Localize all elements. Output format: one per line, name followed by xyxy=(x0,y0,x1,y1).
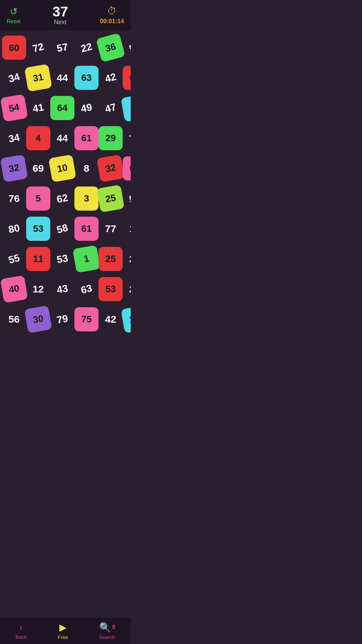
tile-0-4[interactable]: 36 xyxy=(96,33,125,62)
timer-value: 00:01:14 xyxy=(100,18,124,25)
tile-5-2[interactable]: 62 xyxy=(48,184,76,212)
tile-4-5[interactable]: 68 xyxy=(123,156,131,180)
camera-icon: ▶ xyxy=(59,622,67,633)
search-label: Search xyxy=(99,634,115,640)
tile-2-3[interactable]: 49 xyxy=(72,94,100,122)
tile-5-4[interactable]: 25 xyxy=(97,184,124,212)
tile-4-2[interactable]: 10 xyxy=(48,154,76,182)
tile-3-1[interactable]: 4 xyxy=(26,126,50,150)
tile-2-2[interactable]: 64 xyxy=(50,96,74,120)
tile-7-4[interactable]: 25 xyxy=(99,247,123,271)
header: ↺ Reset 37 Next ⏱ 00:01:14 xyxy=(0,0,131,30)
bottom-nav: ‹ Back ▶ Free 🔍 0 Search xyxy=(0,617,131,644)
free-label: Free xyxy=(58,634,68,640)
back-icon: ‹ xyxy=(19,622,22,633)
tile-2-4[interactable]: 47 xyxy=(96,93,125,123)
tile-1-1[interactable]: 31 xyxy=(24,64,52,92)
tile-6-3[interactable]: 61 xyxy=(74,217,99,241)
tile-5-5[interactable]: 54 xyxy=(121,184,131,212)
grid-row-5: 76562325544370 xyxy=(2,184,129,213)
grid-row-6: 8053586177185451 xyxy=(2,214,129,244)
tile-3-4[interactable]: 29 xyxy=(99,126,123,150)
next-label: Next xyxy=(54,19,66,26)
tile-9-3[interactable]: 75 xyxy=(74,307,99,331)
next-section: 37 Next xyxy=(53,5,68,26)
tile-9-0[interactable]: 56 xyxy=(2,307,26,331)
tile-9-1[interactable]: 30 xyxy=(24,305,52,333)
tile-4-1[interactable]: 69 xyxy=(26,156,50,180)
tile-0-1[interactable]: 72 xyxy=(23,33,53,62)
search-nav-item[interactable]: 🔍 0 Search xyxy=(99,622,115,640)
tile-3-3[interactable]: 61 xyxy=(74,126,99,150)
tile-3-0[interactable]: 34 xyxy=(0,124,28,152)
grid-row-1: 3431446342675047 xyxy=(2,63,129,93)
grid-row-4: 32691083268269 xyxy=(2,154,129,183)
tile-8-2[interactable]: 43 xyxy=(48,275,76,303)
tile-6-0[interactable]: 80 xyxy=(0,215,28,243)
tile-0-0[interactable]: 09 xyxy=(2,36,26,60)
tile-2-0[interactable]: 54 xyxy=(0,94,28,122)
grid-row-0: 0972572236561548 xyxy=(2,33,129,62)
search-badge: 0 xyxy=(112,624,115,630)
grid-row-7: 551153125272646 xyxy=(2,244,129,274)
tile-8-4[interactable]: 53 xyxy=(99,277,123,301)
reset-label: Reset xyxy=(7,18,21,24)
tile-9-4[interactable]: 42 xyxy=(99,307,123,331)
tile-5-0[interactable]: 76 xyxy=(2,186,26,211)
grid-row-3: 344446129747891 xyxy=(2,123,129,153)
tile-0-2[interactable]: 57 xyxy=(48,34,76,61)
game-grid: 0972572236561548343144634267504754416449… xyxy=(0,30,131,337)
grid-row-2: 54416449477962 xyxy=(2,93,129,123)
tile-4-0[interactable]: 32 xyxy=(0,154,28,182)
tile-6-4[interactable]: 77 xyxy=(99,217,123,241)
grid-row-8: 401243635320971 xyxy=(2,274,129,304)
tile-8-0[interactable]: 40 xyxy=(0,275,28,303)
free-nav-item[interactable]: ▶ Free xyxy=(58,622,68,640)
tile-1-5[interactable]: 67 xyxy=(123,66,131,90)
reset-button[interactable]: ↺ Reset xyxy=(7,6,21,24)
tile-3-2[interactable]: 44 xyxy=(50,126,74,150)
tile-2-5[interactable]: 7 xyxy=(121,94,131,122)
grid-row-9: 5630797542285721 xyxy=(2,305,129,334)
tile-1-0[interactable]: 34 xyxy=(0,63,29,93)
tile-0-3[interactable]: 22 xyxy=(72,33,101,62)
back-nav-item[interactable]: ‹ Back xyxy=(15,622,26,640)
tile-7-3[interactable]: 1 xyxy=(72,245,100,273)
tile-6-5[interactable]: 18 xyxy=(123,217,131,241)
tile-5-1[interactable]: 5 xyxy=(26,186,50,211)
tile-7-1[interactable]: 11 xyxy=(26,247,50,271)
tile-7-5[interactable]: 27 xyxy=(123,247,131,271)
timer-icon: ⏱ xyxy=(107,5,117,16)
next-number: 37 xyxy=(53,5,68,19)
tile-1-3[interactable]: 63 xyxy=(74,66,99,90)
reset-icon: ↺ xyxy=(10,6,17,17)
tile-1-2[interactable]: 44 xyxy=(50,66,74,90)
tile-4-4[interactable]: 32 xyxy=(97,154,124,182)
back-label: Back xyxy=(15,634,26,640)
tile-8-5[interactable]: 20 xyxy=(123,277,131,301)
timer-section: ⏱ 00:01:14 xyxy=(100,5,124,25)
tile-3-5[interactable]: 74 xyxy=(121,124,131,152)
tile-8-1[interactable]: 12 xyxy=(26,277,50,301)
tile-6-1[interactable]: 53 xyxy=(26,217,50,241)
tile-6-2[interactable]: 58 xyxy=(48,214,77,244)
search-icon: 🔍 xyxy=(99,622,111,633)
tile-7-0[interactable]: 55 xyxy=(0,244,29,274)
tile-9-2[interactable]: 79 xyxy=(48,305,76,333)
tile-4-3[interactable]: 8 xyxy=(74,156,99,180)
tile-1-4[interactable]: 42 xyxy=(96,63,125,93)
tile-8-3[interactable]: 63 xyxy=(72,274,101,304)
tile-7-2[interactable]: 53 xyxy=(48,245,76,273)
tile-5-3[interactable]: 3 xyxy=(74,186,99,211)
tile-2-1[interactable]: 41 xyxy=(24,94,52,122)
